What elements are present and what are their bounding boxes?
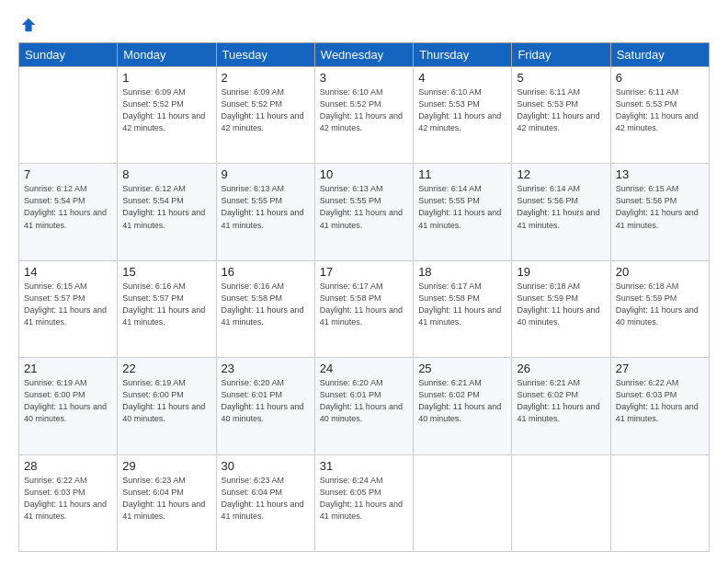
day-info: Sunrise: 6:17 AM Sunset: 5:58 PM Dayligh… xyxy=(418,281,506,328)
calendar-cell: 29Sunrise: 6:23 AM Sunset: 6:04 PM Dayli… xyxy=(118,454,216,551)
day-number: 11 xyxy=(418,167,506,181)
day-number: 9 xyxy=(222,167,310,181)
weekday-header-sunday: Sunday xyxy=(19,43,118,67)
calendar-cell: 14Sunrise: 6:15 AM Sunset: 5:57 PM Dayli… xyxy=(19,260,118,357)
calendar-cell: 22Sunrise: 6:19 AM Sunset: 6:00 PM Dayli… xyxy=(118,358,216,454)
day-info: Sunrise: 6:16 AM Sunset: 5:58 PM Dayligh… xyxy=(222,281,310,328)
day-info: Sunrise: 6:11 AM Sunset: 5:53 PM Dayligh… xyxy=(616,86,704,134)
day-number: 26 xyxy=(517,362,605,375)
day-info: Sunrise: 6:21 AM Sunset: 6:02 PM Dayligh… xyxy=(517,377,605,425)
day-number: 25 xyxy=(418,362,506,375)
calendar-cell xyxy=(414,454,512,551)
weekday-header-tuesday: Tuesday xyxy=(216,43,314,67)
calendar-week-4: 21Sunrise: 6:19 AM Sunset: 6:00 PM Dayli… xyxy=(19,358,710,454)
day-info: Sunrise: 6:20 AM Sunset: 6:01 PM Dayligh… xyxy=(222,377,310,425)
calendar-cell: 9Sunrise: 6:13 AM Sunset: 5:55 PM Daylig… xyxy=(216,164,314,260)
day-number: 10 xyxy=(320,167,408,181)
day-info: Sunrise: 6:11 AM Sunset: 5:53 PM Dayligh… xyxy=(517,86,605,134)
day-number: 13 xyxy=(616,167,704,181)
calendar: SundayMondayTuesdayWednesdayThursdayFrid… xyxy=(18,42,710,552)
day-number: 30 xyxy=(222,459,310,473)
day-info: Sunrise: 6:18 AM Sunset: 5:59 PM Dayligh… xyxy=(616,281,704,328)
calendar-week-3: 14Sunrise: 6:15 AM Sunset: 5:57 PM Dayli… xyxy=(19,260,710,357)
day-number: 5 xyxy=(517,71,605,85)
header xyxy=(18,17,710,33)
day-number: 17 xyxy=(320,265,408,279)
page: SundayMondayTuesdayWednesdayThursdayFrid… xyxy=(0,0,728,563)
day-info: Sunrise: 6:12 AM Sunset: 5:54 PM Dayligh… xyxy=(24,183,112,231)
day-info: Sunrise: 6:24 AM Sunset: 6:05 PM Dayligh… xyxy=(320,475,408,523)
logo-text xyxy=(18,17,37,33)
day-number: 31 xyxy=(320,459,408,473)
weekday-header-monday: Monday xyxy=(118,43,216,67)
day-info: Sunrise: 6:20 AM Sunset: 6:01 PM Dayligh… xyxy=(320,377,408,425)
calendar-cell: 15Sunrise: 6:16 AM Sunset: 5:57 PM Dayli… xyxy=(118,260,216,357)
day-number: 15 xyxy=(122,265,210,279)
calendar-cell: 12Sunrise: 6:14 AM Sunset: 5:56 PM Dayli… xyxy=(512,164,610,260)
calendar-header-row: SundayMondayTuesdayWednesdayThursdayFrid… xyxy=(19,43,710,67)
day-info: Sunrise: 6:13 AM Sunset: 5:55 PM Dayligh… xyxy=(222,183,310,231)
calendar-cell: 21Sunrise: 6:19 AM Sunset: 6:00 PM Dayli… xyxy=(19,358,118,454)
day-info: Sunrise: 6:21 AM Sunset: 6:02 PM Dayligh… xyxy=(418,377,506,425)
day-info: Sunrise: 6:14 AM Sunset: 5:56 PM Dayligh… xyxy=(517,183,605,231)
calendar-week-5: 28Sunrise: 6:22 AM Sunset: 6:03 PM Dayli… xyxy=(19,454,710,551)
calendar-cell: 4Sunrise: 6:10 AM Sunset: 5:53 PM Daylig… xyxy=(414,67,512,164)
calendar-cell: 24Sunrise: 6:20 AM Sunset: 6:01 PM Dayli… xyxy=(314,358,413,454)
day-number: 1 xyxy=(122,71,210,85)
day-info: Sunrise: 6:17 AM Sunset: 5:58 PM Dayligh… xyxy=(320,281,408,328)
day-info: Sunrise: 6:23 AM Sunset: 6:04 PM Dayligh… xyxy=(222,475,310,523)
calendar-cell: 19Sunrise: 6:18 AM Sunset: 5:59 PM Dayli… xyxy=(512,260,610,357)
day-number: 12 xyxy=(517,167,605,181)
day-info: Sunrise: 6:09 AM Sunset: 5:52 PM Dayligh… xyxy=(122,86,210,134)
day-number: 16 xyxy=(222,265,310,279)
calendar-cell: 6Sunrise: 6:11 AM Sunset: 5:53 PM Daylig… xyxy=(610,67,709,164)
day-info: Sunrise: 6:19 AM Sunset: 6:00 PM Dayligh… xyxy=(24,377,112,425)
calendar-cell: 25Sunrise: 6:21 AM Sunset: 6:02 PM Dayli… xyxy=(414,358,512,454)
weekday-header-thursday: Thursday xyxy=(414,43,512,67)
day-number: 2 xyxy=(222,71,310,85)
day-info: Sunrise: 6:12 AM Sunset: 5:54 PM Dayligh… xyxy=(122,183,210,231)
day-info: Sunrise: 6:09 AM Sunset: 5:52 PM Dayligh… xyxy=(222,86,310,134)
day-number: 20 xyxy=(616,265,704,279)
day-number: 4 xyxy=(418,71,506,85)
day-number: 19 xyxy=(517,265,605,279)
day-info: Sunrise: 6:23 AM Sunset: 6:04 PM Dayligh… xyxy=(122,475,210,523)
calendar-cell xyxy=(19,67,118,164)
day-number: 8 xyxy=(122,167,210,181)
calendar-cell xyxy=(610,454,709,551)
day-number: 22 xyxy=(122,362,210,375)
calendar-cell: 27Sunrise: 6:22 AM Sunset: 6:03 PM Dayli… xyxy=(610,358,709,454)
calendar-cell: 7Sunrise: 6:12 AM Sunset: 5:54 PM Daylig… xyxy=(19,164,118,260)
day-number: 29 xyxy=(122,459,210,473)
calendar-cell xyxy=(512,454,610,551)
calendar-cell: 26Sunrise: 6:21 AM Sunset: 6:02 PM Dayli… xyxy=(512,358,610,454)
calendar-cell: 28Sunrise: 6:22 AM Sunset: 6:03 PM Dayli… xyxy=(19,454,118,551)
calendar-cell: 8Sunrise: 6:12 AM Sunset: 5:54 PM Daylig… xyxy=(118,164,216,260)
day-info: Sunrise: 6:22 AM Sunset: 6:03 PM Dayligh… xyxy=(24,475,112,523)
day-info: Sunrise: 6:19 AM Sunset: 6:00 PM Dayligh… xyxy=(122,377,210,425)
calendar-cell: 1Sunrise: 6:09 AM Sunset: 5:52 PM Daylig… xyxy=(118,67,216,164)
weekday-header-friday: Friday xyxy=(512,43,610,67)
calendar-cell: 20Sunrise: 6:18 AM Sunset: 5:59 PM Dayli… xyxy=(610,260,709,357)
day-info: Sunrise: 6:10 AM Sunset: 5:53 PM Dayligh… xyxy=(418,86,506,134)
svg-marker-0 xyxy=(22,18,35,31)
day-info: Sunrise: 6:14 AM Sunset: 5:55 PM Dayligh… xyxy=(418,183,506,231)
day-number: 18 xyxy=(418,265,506,279)
calendar-week-1: 1Sunrise: 6:09 AM Sunset: 5:52 PM Daylig… xyxy=(19,67,710,164)
logo-icon xyxy=(20,17,37,33)
day-info: Sunrise: 6:15 AM Sunset: 5:57 PM Dayligh… xyxy=(24,281,112,328)
day-number: 14 xyxy=(24,265,112,279)
calendar-cell: 30Sunrise: 6:23 AM Sunset: 6:04 PM Dayli… xyxy=(216,454,314,551)
calendar-cell: 11Sunrise: 6:14 AM Sunset: 5:55 PM Dayli… xyxy=(414,164,512,260)
day-info: Sunrise: 6:15 AM Sunset: 5:56 PM Dayligh… xyxy=(616,183,704,231)
weekday-header-saturday: Saturday xyxy=(610,43,709,67)
day-number: 23 xyxy=(222,362,310,375)
weekday-header-wednesday: Wednesday xyxy=(314,43,413,67)
day-info: Sunrise: 6:18 AM Sunset: 5:59 PM Dayligh… xyxy=(517,281,605,328)
day-number: 21 xyxy=(24,362,112,375)
day-info: Sunrise: 6:22 AM Sunset: 6:03 PM Dayligh… xyxy=(616,377,704,425)
calendar-cell: 10Sunrise: 6:13 AM Sunset: 5:55 PM Dayli… xyxy=(314,164,413,260)
calendar-week-2: 7Sunrise: 6:12 AM Sunset: 5:54 PM Daylig… xyxy=(19,164,710,260)
day-info: Sunrise: 6:13 AM Sunset: 5:55 PM Dayligh… xyxy=(320,183,408,231)
day-number: 27 xyxy=(616,362,704,375)
